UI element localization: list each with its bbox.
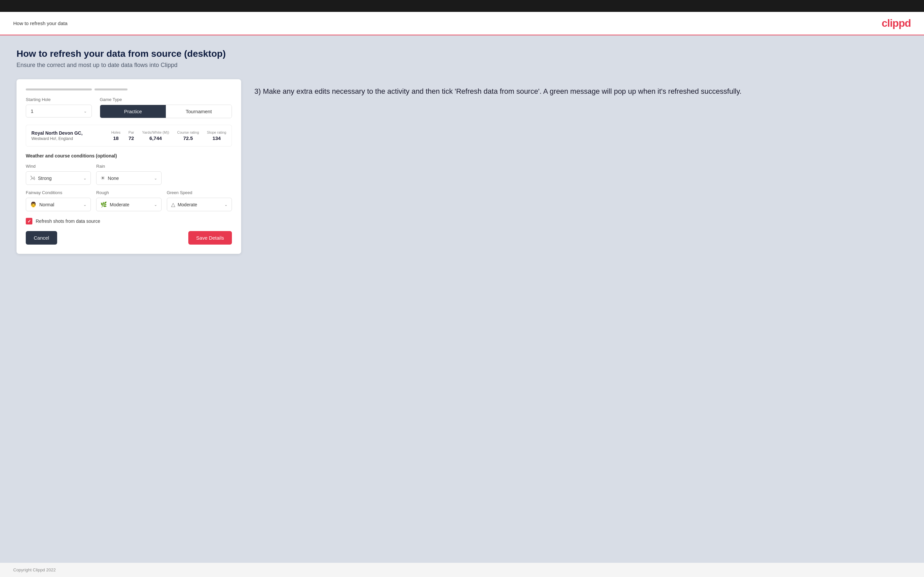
- wind-icon: 🌬: [30, 175, 36, 181]
- cancel-button[interactable]: Cancel: [26, 231, 57, 245]
- green-speed-group: Green Speed △ Moderate ⌄: [167, 190, 232, 211]
- starting-hole-value: 1: [31, 108, 33, 114]
- logo: clippd: [882, 17, 911, 29]
- game-type-label: Game Type: [100, 97, 232, 102]
- wind-value: Strong: [38, 176, 52, 181]
- content-row: Starting Hole 1 ⌄ Game Type Practice Tou…: [16, 79, 908, 254]
- game-type-buttons: Practice Tournament: [100, 105, 232, 118]
- course-location: Westward Ho!, England: [31, 136, 105, 141]
- fairway-rough-green-row: Fairway Conditions 👨 Normal ⌄ Rough 🌿: [26, 190, 232, 211]
- rain-chevron-icon: ⌄: [154, 176, 157, 181]
- top-bar: [0, 0, 924, 12]
- header-title: How to refresh your data: [13, 21, 68, 26]
- rain-inner: ☀ None: [100, 175, 119, 181]
- par-label: Par: [129, 131, 134, 134]
- tournament-button[interactable]: Tournament: [166, 105, 232, 118]
- practice-button[interactable]: Practice: [100, 105, 166, 118]
- course-info-box: Royal North Devon GC, Westward Ho!, Engl…: [26, 125, 232, 147]
- side-instruction-block: 3) Make any extra edits necessary to the…: [254, 79, 908, 97]
- fairway-inner: 👨 Normal: [30, 201, 54, 208]
- holes-value: 18: [111, 135, 121, 141]
- rough-label: Rough: [96, 190, 161, 195]
- rough-icon: 🌿: [100, 201, 107, 208]
- green-speed-icon: △: [171, 201, 175, 208]
- course-rating-value: 72.5: [177, 135, 199, 141]
- page-subheading: Ensure the correct and most up to date d…: [16, 62, 908, 69]
- form-actions: Cancel Save Details: [26, 231, 232, 245]
- course-rating-label: Course rating: [177, 131, 199, 134]
- header: How to refresh your data clippd: [0, 12, 924, 35]
- rough-value: Moderate: [110, 202, 129, 207]
- starting-hole-select[interactable]: 1 ⌄: [26, 105, 92, 118]
- wind-chevron-icon: ⌄: [83, 176, 87, 181]
- form-card: Starting Hole 1 ⌄ Game Type Practice Tou…: [16, 79, 241, 254]
- refresh-label: Refresh shots from data source: [36, 219, 100, 224]
- holes-stat: Holes 18: [111, 131, 121, 141]
- course-stats: Holes 18 Par 72 Yards/White (M)) 6,744 C…: [111, 131, 226, 141]
- wind-label: Wind: [26, 164, 91, 169]
- fairway-label: Fairway Conditions: [26, 190, 91, 195]
- course-name: Royal North Devon GC,: [31, 131, 105, 136]
- refresh-checkbox[interactable]: [26, 218, 32, 224]
- yards-stat: Yards/White (M)) 6,744: [142, 131, 169, 141]
- holes-label: Holes: [111, 131, 121, 134]
- par-value: 72: [129, 135, 134, 141]
- rain-group: Rain ☀ None ⌄: [96, 164, 161, 185]
- par-stat: Par 72: [129, 131, 134, 141]
- green-speed-select[interactable]: △ Moderate ⌄: [167, 198, 232, 211]
- wind-inner: 🌬 Strong: [30, 175, 52, 181]
- slope-rating-stat: Slope rating 134: [207, 131, 226, 141]
- fairway-chevron-icon: ⌄: [83, 202, 87, 207]
- rain-select[interactable]: ☀ None ⌄: [96, 171, 161, 185]
- save-details-button[interactable]: Save Details: [188, 231, 232, 245]
- yards-value: 6,744: [142, 135, 169, 141]
- refresh-row: Refresh shots from data source: [26, 218, 232, 224]
- wind-group: Wind 🌬 Strong ⌄: [26, 164, 91, 185]
- rough-select[interactable]: 🌿 Moderate ⌄: [96, 198, 161, 211]
- rain-label: Rain: [96, 164, 161, 169]
- green-speed-chevron-icon: ⌄: [224, 202, 228, 207]
- wind-select[interactable]: 🌬 Strong ⌄: [26, 171, 91, 185]
- fairway-group: Fairway Conditions 👨 Normal ⌄: [26, 190, 91, 211]
- course-rating-stat: Course rating 72.5: [177, 131, 199, 141]
- fairway-value: Normal: [39, 202, 54, 207]
- side-instruction: 3) Make any extra edits necessary to the…: [254, 86, 908, 97]
- green-speed-inner: △ Moderate: [171, 201, 197, 208]
- starting-hole-chevron-icon: ⌄: [84, 109, 87, 114]
- main-content: How to refresh your data from source (de…: [0, 35, 924, 563]
- yards-label: Yards/White (M)): [142, 131, 169, 134]
- slope-rating-label: Slope rating: [207, 131, 226, 134]
- footer: Copyright Clippd 2022: [0, 563, 924, 577]
- conditions-section-label: Weather and course conditions (optional): [26, 153, 232, 158]
- wind-rain-row: Wind 🌬 Strong ⌄ Rain ☀ None: [26, 164, 232, 185]
- game-type-group: Game Type Practice Tournament: [100, 97, 232, 118]
- rough-group: Rough 🌿 Moderate ⌄: [96, 190, 161, 211]
- fairway-icon: 👨: [30, 201, 37, 208]
- green-speed-value: Moderate: [178, 202, 197, 207]
- starting-hole-group: Starting Hole 1 ⌄: [26, 97, 92, 118]
- slope-rating-value: 134: [207, 135, 226, 141]
- course-name-block: Royal North Devon GC, Westward Ho!, Engl…: [31, 131, 105, 141]
- starting-hole-label: Starting Hole: [26, 97, 92, 102]
- green-speed-label: Green Speed: [167, 190, 232, 195]
- copyright: Copyright Clippd 2022: [13, 567, 56, 572]
- rain-icon: ☀: [100, 175, 105, 181]
- rough-chevron-icon: ⌄: [154, 202, 157, 207]
- starting-hole-game-type-row: Starting Hole 1 ⌄ Game Type Practice Tou…: [26, 97, 232, 118]
- page-heading: How to refresh your data from source (de…: [16, 48, 908, 59]
- rain-value: None: [108, 176, 119, 181]
- rough-inner: 🌿 Moderate: [100, 201, 129, 208]
- fairway-select[interactable]: 👨 Normal ⌄: [26, 198, 91, 211]
